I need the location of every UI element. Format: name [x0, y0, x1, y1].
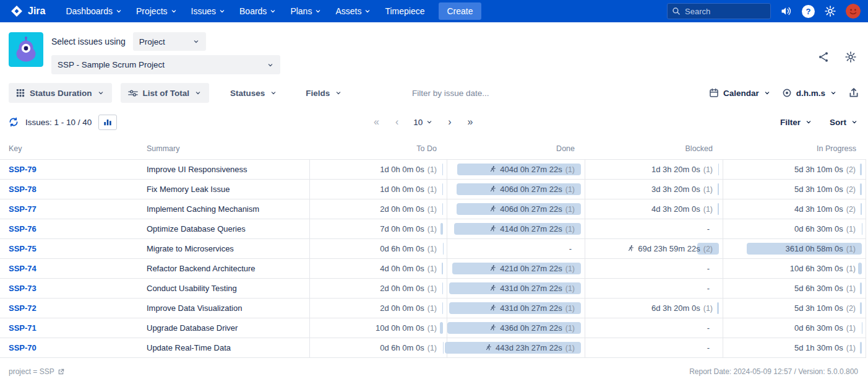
duration-value: - — [569, 244, 572, 253]
status-count: (1) — [846, 324, 856, 333]
issue-key-link[interactable]: SSP-73 — [9, 284, 37, 293]
duration-value: 431d 0h 27m 22s — [500, 284, 562, 293]
nav-item-label: Dashboards — [66, 6, 113, 16]
fields-button[interactable]: Fields — [298, 83, 350, 103]
column-header-blocked[interactable]: Blocked — [585, 144, 723, 153]
list-of-total-button[interactable]: List of Total — [121, 83, 210, 103]
in-progress-cell: 5d 6h 30m 0s(1) — [723, 279, 866, 298]
issue-key-cell: SSP-73 — [0, 279, 147, 298]
announcements-button[interactable] — [780, 5, 793, 17]
issue-key-link[interactable]: SSP-78 — [9, 185, 37, 194]
filter-dropdown[interactable]: Filter — [780, 118, 812, 127]
column-header-in-progress[interactable]: In Progress — [723, 144, 866, 153]
issue-key-cell: SSP-74 — [0, 259, 147, 278]
export-icon — [848, 87, 859, 98]
nav-item-boards[interactable]: Boards — [233, 0, 283, 22]
column-header-todo[interactable]: To Do — [309, 144, 447, 153]
issue-key-link[interactable]: SSP-79 — [9, 165, 37, 174]
status-count: (1) — [846, 225, 856, 233]
issue-key-cell: SSP-76 — [0, 219, 147, 238]
top-nav: Jira Dashboards Projects Issues Boards P… — [0, 0, 868, 22]
column-header-key[interactable]: Key — [0, 144, 147, 153]
nav-item-issues[interactable]: Issues — [184, 0, 233, 22]
search-icon — [672, 7, 681, 15]
blocked-cell: - — [585, 259, 723, 278]
report-type-button[interactable]: Status Duration — [9, 83, 112, 103]
issue-key-link[interactable]: SSP-74 — [9, 264, 37, 273]
issue-key-link[interactable]: SSP-76 — [9, 224, 37, 233]
share-button[interactable] — [817, 51, 830, 63]
page-size-dropdown[interactable]: 10 — [408, 116, 438, 128]
status-count: (1) — [428, 344, 437, 352]
first-page-button[interactable]: « — [367, 115, 385, 129]
issue-key-link[interactable]: SSP-70 — [9, 343, 37, 352]
user-avatar[interactable] — [846, 4, 861, 19]
runner-icon — [627, 245, 635, 253]
column-header-summary[interactable]: Summary — [147, 144, 309, 153]
refresh-button[interactable] — [9, 117, 19, 127]
jira-home-link[interactable]: Jira — [10, 4, 45, 18]
duration-value: 414d 0h 27m 22s — [500, 224, 562, 233]
issue-key-cell: SSP-77 — [0, 199, 147, 219]
report-header: Select issues using Project SSP - Sample… — [0, 22, 868, 79]
status-count: (1) — [428, 304, 437, 313]
nav-item-plans[interactable]: Plans — [283, 0, 329, 22]
export-button[interactable] — [848, 87, 859, 98]
todo-cell: 2d 0h 0m 0s(1) — [309, 279, 447, 298]
report-footer: project = SSP Report Date: 2024-05-09 12… — [0, 358, 868, 376]
help-button[interactable]: ? — [802, 5, 815, 18]
issue-summary: Fix Memory Leak Issue — [147, 180, 309, 199]
duration-value: - — [707, 284, 710, 293]
issues-count-label: Issues: 1 - 10 / 40 — [25, 118, 92, 127]
todo-cell: 2d 0h 0m 0s(1) — [309, 299, 447, 318]
todo-cell: 0d 6h 0m 0s(1) — [309, 338, 447, 357]
last-page-button[interactable]: » — [462, 115, 479, 129]
status-count: (1) — [703, 165, 713, 174]
summary-text: Improve UI Responsiveness — [147, 165, 247, 174]
create-button[interactable]: Create — [439, 2, 481, 20]
nav-item-dashboards[interactable]: Dashboards — [59, 0, 129, 22]
report-settings-button[interactable] — [844, 51, 857, 63]
table-header-row: Key Summary To Do Done Blocked In Progre… — [0, 137, 866, 160]
duration-bar — [442, 203, 443, 215]
next-page-button[interactable]: › — [442, 115, 457, 129]
blocked-cell: 6d 3h 20m 0s(1) — [585, 299, 723, 318]
nav-item-label: Plans — [290, 6, 312, 16]
issue-key-link[interactable]: SSP-75 — [9, 244, 37, 253]
select-type-dropdown[interactable]: Project — [133, 32, 206, 51]
todo-cell: 7d 0h 0m 0s(1) — [309, 219, 447, 238]
status-count: (1) — [428, 185, 437, 194]
jql-filter-link[interactable]: project = SSP — [9, 367, 64, 376]
blocked-cell: - — [585, 318, 723, 338]
duration-value: - — [707, 343, 710, 352]
settings-button[interactable] — [824, 5, 836, 17]
issue-date-filter[interactable]: Filter by issue date... — [412, 89, 489, 98]
issue-key-link[interactable]: SSP-77 — [9, 204, 37, 214]
chevron-down-icon — [170, 7, 178, 15]
nav-item-projects[interactable]: Projects — [129, 0, 184, 22]
status-count: (1) — [565, 344, 575, 352]
project-select-dropdown[interactable]: SSP - Sample Scrum Project — [51, 55, 280, 74]
nav-item-assets[interactable]: Assets — [329, 0, 378, 22]
chart-view-button[interactable] — [98, 115, 117, 130]
done-cell: 431d 0h 27m 22s(1) — [447, 279, 585, 298]
search-input[interactable] — [667, 3, 771, 19]
status-count: (1) — [428, 245, 437, 253]
sort-dropdown[interactable]: Sort — [830, 118, 858, 127]
column-header-done[interactable]: Done — [447, 144, 585, 153]
fields-label: Fields — [306, 89, 330, 98]
chevron-down-icon — [194, 89, 202, 97]
statuses-button[interactable]: Statuses — [223, 83, 285, 103]
duration-value: 5d 3h 10m 0s — [794, 185, 843, 194]
duration-value: 0d 6h 30m 0s — [794, 323, 843, 333]
nav-item-timepiece[interactable]: Timepiece — [378, 0, 431, 22]
status-count: (1) — [565, 165, 575, 174]
blocked-cell: 69d 23h 59m 22s(2) — [585, 239, 723, 258]
calendar-button[interactable]: Calendar — [709, 88, 771, 98]
issue-key-link[interactable]: SSP-72 — [9, 303, 37, 313]
issue-summary: Implement Caching Mechanism — [147, 199, 309, 219]
prev-page-button[interactable]: ‹ — [389, 115, 405, 129]
time-format-button[interactable]: d.h.m.s — [782, 88, 837, 98]
issue-key-link[interactable]: SSP-71 — [9, 323, 37, 333]
issue-summary: Refactor Backend Architecture — [147, 259, 309, 278]
